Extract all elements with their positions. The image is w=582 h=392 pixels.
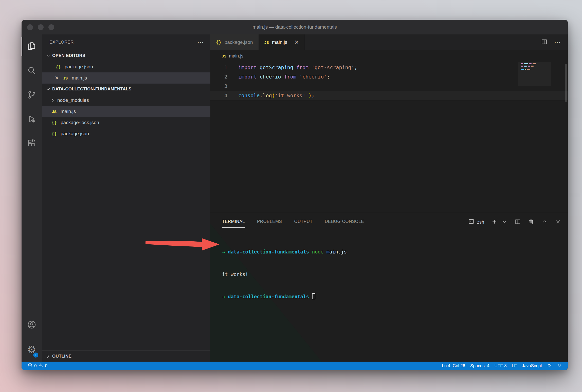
terminal-content[interactable]: → data-collection-fundamentals node main…	[210, 231, 568, 316]
terminal-line-output: it works!	[222, 271, 568, 278]
code-line-3: 3	[210, 82, 568, 91]
terminal-cursor	[312, 293, 315, 299]
panel-header: TERMINAL PROBLEMS OUTPUT DEBUG CONSOLE	[210, 213, 568, 231]
split-terminal-icon[interactable]	[515, 219, 521, 226]
activity-bar: ⚙ 1	[22, 34, 42, 362]
chevron-down-icon	[46, 87, 50, 91]
tab-terminal[interactable]: TERMINAL	[222, 217, 245, 228]
active-indicator	[22, 37, 22, 56]
new-terminal-icon[interactable]	[491, 219, 498, 226]
sidebar-item-extensions[interactable]	[22, 132, 42, 156]
cursor-position[interactable]: Ln 4, Col 26	[439, 363, 468, 368]
code-editor[interactable]: 1 import gotScraping from 'got-scraping'…	[210, 62, 568, 213]
minimize-window-button[interactable]	[38, 24, 44, 30]
close-panel-icon[interactable]	[555, 219, 561, 226]
problems-status[interactable]: 0 0	[25, 362, 50, 370]
sidebar-item-search[interactable]	[22, 59, 42, 83]
file-tree-package-lock[interactable]: {} package-lock.json	[42, 117, 210, 128]
account-button[interactable]	[22, 313, 42, 337]
sidebar-empty-space	[42, 139, 210, 350]
open-editor-label: package.json	[65, 64, 93, 70]
editor-group: {} package.json JS main.js ✕ ⋯	[210, 34, 568, 362]
file-label: main.js	[61, 109, 76, 114]
error-icon	[28, 363, 32, 369]
tab-problems[interactable]: PROBLEMS	[257, 217, 282, 228]
sidebar-item-source-control[interactable]	[22, 83, 42, 107]
language-mode[interactable]: JavaScript	[519, 363, 544, 368]
js-file-icon: JS	[264, 40, 269, 45]
breadcrumb-file: main.js	[229, 53, 243, 59]
source-control-icon	[27, 90, 37, 101]
title-bar: main.js — data-collection-fundamentals	[22, 20, 568, 34]
chevron-right-icon	[50, 98, 55, 103]
code-line-1: 1 import gotScraping from 'got-scraping'…	[210, 63, 568, 72]
vscode-window: main.js — data-collection-fundamentals	[22, 20, 568, 370]
file-tree-main-js[interactable]: JS main.js	[42, 106, 210, 117]
shell-label: zsh	[477, 220, 484, 225]
panel-tabs: TERMINAL PROBLEMS OUTPUT DEBUG CONSOLE	[222, 217, 364, 228]
explorer-sidebar: EXPLORER ⋯ OPEN EDITORS {} package.json …	[42, 34, 210, 362]
maximize-panel-icon[interactable]	[541, 219, 548, 226]
split-editor-icon[interactable]	[541, 38, 548, 46]
error-count: 0	[34, 363, 37, 368]
notifications-button[interactable]	[554, 363, 564, 369]
feedback-button[interactable]	[544, 363, 554, 369]
tab-debug-console[interactable]: DEBUG CONSOLE	[325, 217, 364, 228]
line-number: 4	[210, 91, 227, 100]
chevron-right-icon	[46, 354, 50, 359]
sidebar-title: EXPLORER	[49, 40, 74, 45]
tab-output[interactable]: OUTPUT	[294, 217, 313, 228]
settings-button[interactable]: ⚙ 1	[22, 337, 42, 362]
json-file-icon: {}	[216, 40, 222, 45]
file-tree-node-modules[interactable]: node_modules	[42, 95, 210, 106]
window-controls	[27, 24, 54, 30]
sidebar-item-explorer[interactable]	[22, 34, 42, 59]
kill-terminal-icon[interactable]	[528, 219, 534, 226]
bottom-panel: TERMINAL PROBLEMS OUTPUT DEBUG CONSOLE	[210, 213, 568, 362]
more-actions-icon[interactable]: ⋯	[554, 38, 561, 46]
file-label: package-lock.json	[61, 120, 99, 125]
editor-tab-bar: {} package.json JS main.js ✕ ⋯	[210, 34, 568, 50]
line-number: 3	[210, 82, 227, 91]
close-window-button[interactable]	[27, 24, 33, 30]
code-line-4-current: 4 console.log('it works!');	[210, 91, 568, 100]
open-editor-label: main.js	[72, 75, 87, 81]
shell-selector[interactable]: zsh	[468, 218, 484, 226]
section-outline[interactable]: OUTLINE	[42, 350, 210, 362]
close-icon[interactable]: ✕	[294, 39, 299, 45]
tab-label: main.js	[272, 40, 287, 45]
json-file-icon: {}	[50, 131, 58, 136]
eol-sequence[interactable]: LF	[509, 363, 519, 368]
more-actions-icon[interactable]: ⋯	[197, 38, 204, 46]
js-file-icon: JS	[50, 109, 58, 114]
encoding[interactable]: UTF-8	[492, 363, 509, 368]
search-icon	[27, 66, 37, 76]
code-line-2: 2 import cheerio from 'cheerio';	[210, 72, 568, 82]
tab-package-json[interactable]: {} package.json	[210, 34, 259, 50]
warning-icon	[38, 363, 43, 369]
maximize-window-button[interactable]	[48, 24, 54, 30]
line-number: 2	[210, 72, 227, 82]
close-icon[interactable]: ✕	[53, 75, 61, 81]
folder-label: node_modules	[57, 97, 89, 103]
terminal-icon	[468, 218, 475, 226]
launch-profile-chevron-icon[interactable]	[501, 219, 507, 226]
js-file-icon: JS	[62, 76, 69, 80]
open-editor-package-json[interactable]: {} package.json	[42, 61, 210, 72]
section-folder-root[interactable]: DATA-COLLECTION-FUNDAMENTALS	[42, 84, 210, 95]
breadcrumb[interactable]: JS main.js	[210, 50, 568, 62]
terminal-line-prompt: → data-collection-fundamentals	[222, 293, 568, 301]
sidebar-item-run-debug[interactable]	[22, 107, 42, 132]
editor-scrollbar[interactable]	[565, 64, 567, 102]
tab-label: package.json	[225, 40, 253, 45]
section-open-editors[interactable]: OPEN EDITORS	[42, 50, 210, 61]
tab-main-js[interactable]: JS main.js ✕	[259, 34, 305, 50]
bell-icon	[557, 363, 562, 369]
indentation[interactable]: Spaces: 4	[468, 363, 492, 368]
activity-bar-bottom: ⚙ 1	[22, 313, 42, 362]
terminal-line-command: → data-collection-fundamentals node main…	[222, 248, 568, 256]
open-editor-main-js[interactable]: ✕ JS main.js	[42, 72, 210, 84]
status-bar-right: Ln 4, Col 26 Spaces: 4 UTF-8 LF JavaScri…	[439, 363, 564, 369]
file-tree-package-json[interactable]: {} package.json	[42, 128, 210, 139]
minimap[interactable]	[521, 63, 549, 71]
